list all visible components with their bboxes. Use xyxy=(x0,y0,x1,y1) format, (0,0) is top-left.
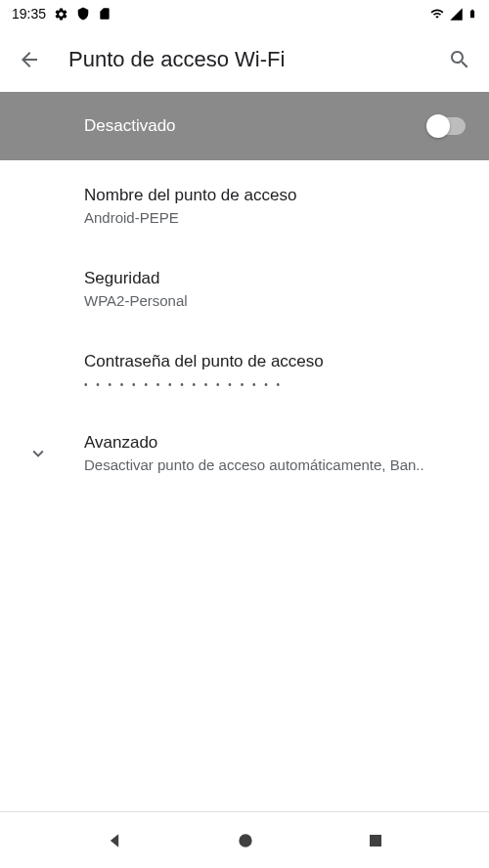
status-right xyxy=(429,6,477,22)
advanced-item[interactable]: Avanzado Desactivar punto de acceso auto… xyxy=(0,412,489,495)
nav-back-icon xyxy=(105,831,124,850)
signal-icon xyxy=(449,7,464,22)
hotspot-switch[interactable] xyxy=(428,117,466,135)
advanced-subtitle: Desactivar punto de acceso automáticamen… xyxy=(84,456,466,473)
battery-icon xyxy=(467,6,477,22)
advanced-title: Avanzado xyxy=(84,433,466,453)
svg-rect-1 xyxy=(370,835,381,846)
password-mask: • • • • • • • • • • • • • • • • • xyxy=(84,379,466,390)
status-time: 19:35 xyxy=(12,6,46,22)
sim-card-icon xyxy=(98,7,111,21)
settings-gear-icon xyxy=(54,7,68,22)
hotspot-name-title: Nombre del punto de acceso xyxy=(84,186,466,205)
app-bar: Punto de acceso Wi-Fi xyxy=(0,27,489,92)
chevron-down-icon xyxy=(27,443,49,468)
svg-point-0 xyxy=(239,834,251,846)
hotspot-name-value: Android-PEPE xyxy=(84,209,466,226)
search-icon xyxy=(448,48,471,71)
status-bar: 19:35 xyxy=(0,0,489,27)
security-value: WPA2-Personal xyxy=(84,292,466,309)
nav-back-button[interactable] xyxy=(105,831,124,850)
password-title: Contraseña del punto de acceso xyxy=(84,352,466,371)
toggle-status-label: Desactivado xyxy=(84,116,176,136)
navigation-bar xyxy=(0,811,489,868)
nav-home-icon xyxy=(236,831,255,850)
switch-thumb xyxy=(426,114,450,138)
security-item[interactable]: Seguridad WPA2-Personal xyxy=(0,247,489,330)
nav-home-button[interactable] xyxy=(236,831,255,850)
wifi-icon xyxy=(429,7,445,21)
settings-list: Nombre del punto de acceso Android-PEPE … xyxy=(0,160,489,495)
nav-recent-button[interactable] xyxy=(367,832,384,849)
hotspot-name-item[interactable]: Nombre del punto de acceso Android-PEPE xyxy=(0,164,489,247)
page-title: Punto de acceso Wi-Fi xyxy=(68,47,421,72)
security-title: Seguridad xyxy=(84,269,466,288)
hotspot-toggle-row[interactable]: Desactivado xyxy=(0,92,489,160)
password-item[interactable]: Contraseña del punto de acceso • • • • •… xyxy=(0,330,489,412)
arrow-back-icon xyxy=(18,48,41,71)
search-button[interactable] xyxy=(448,48,471,71)
back-button[interactable] xyxy=(18,48,41,71)
nav-recent-icon xyxy=(367,832,384,849)
status-left: 19:35 xyxy=(12,6,111,22)
shield-icon xyxy=(76,7,90,21)
